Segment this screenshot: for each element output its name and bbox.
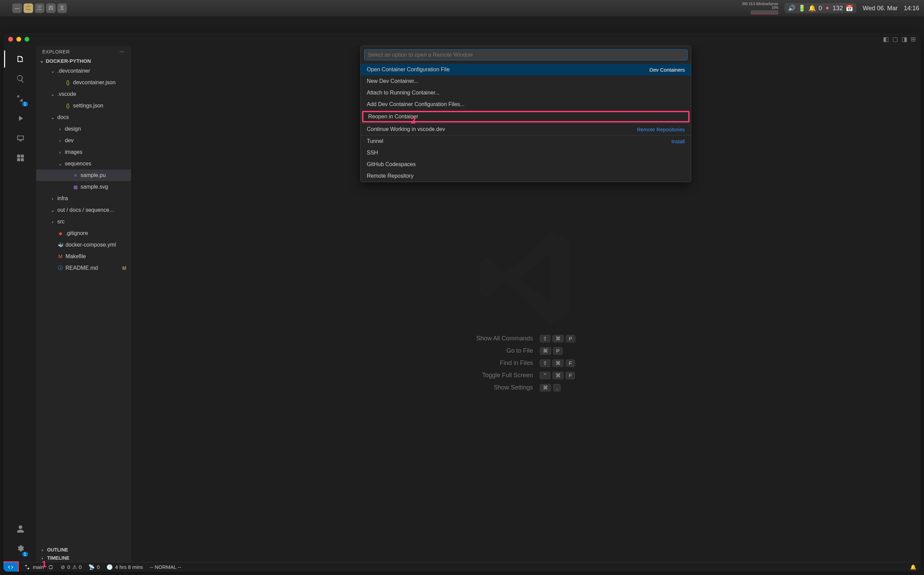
app-slot-3[interactable]: 三: [35, 3, 45, 13]
git-branch-status[interactable]: main*: [25, 564, 54, 570]
svg-file-icon: ▦: [72, 184, 78, 190]
time-label[interactable]: 14:16: [904, 5, 919, 12]
file-item[interactable]: MMakefile: [36, 251, 131, 262]
remote-window-button[interactable]: [3, 562, 18, 572]
shortcut-label: Show Settings: [476, 384, 533, 391]
app-icon[interactable]: ✦: [825, 5, 830, 12]
chevron-down-icon: [39, 58, 45, 64]
file-item[interactable]: {}settings.json: [36, 100, 131, 111]
window-titlebar[interactable]: ◧ ▢ ◨ ⊞: [3, 33, 921, 46]
cpu-graph-icon: [751, 10, 778, 14]
palette-item[interactable]: Add Dev Container Configuration Files...: [361, 98, 691, 110]
folder-item[interactable]: dev: [36, 135, 131, 146]
palette-input[interactable]: [364, 49, 687, 60]
extensions-tab[interactable]: [4, 148, 37, 168]
ports-status[interactable]: 📡0: [88, 564, 100, 570]
folder-item[interactable]: src: [36, 216, 131, 227]
folder-item[interactable]: .vscode: [36, 88, 131, 100]
file-item[interactable]: ≡sample.pu: [36, 170, 131, 181]
activity-bar: 1 1: [3, 46, 36, 562]
app-slot-1[interactable]: —: [12, 3, 22, 13]
palette-item[interactable]: Continue Working in vscode.devRemote Rep…: [361, 124, 691, 135]
palette-item-category: Dev Containers: [650, 67, 685, 73]
explorer-title: EXPLORER: [42, 49, 70, 54]
search-tab[interactable]: [4, 69, 37, 89]
palette-item[interactable]: Remote Repository: [361, 170, 691, 182]
settings-button[interactable]: 1: [4, 539, 37, 559]
toggle-secondary-panel-icon[interactable]: ◨: [902, 35, 907, 43]
close-button[interactable]: [8, 37, 13, 41]
modified-badge: M: [122, 265, 126, 271]
source-control-tab[interactable]: 1: [4, 89, 37, 108]
file-item[interactable]: {}devcontainer.json: [36, 77, 131, 88]
file-item[interactable]: ◆.gitignore: [36, 227, 131, 239]
palette-item[interactable]: TunnelInstall: [361, 135, 691, 147]
customize-layout-icon[interactable]: ⊞: [911, 35, 916, 43]
time-tracking-status[interactable]: 🕐4 hrs 8 mins: [107, 564, 143, 570]
welcome-shortcuts: Show All Commands⇧⌘PGo to File⌘PFind in …: [476, 335, 575, 392]
accounts-button[interactable]: [4, 519, 37, 539]
palette-item[interactable]: GitHub Codespaces: [361, 159, 691, 170]
chevron-icon: [57, 161, 63, 167]
file-item[interactable]: 🐳docker-compose.yml: [36, 239, 131, 251]
notifications-button[interactable]: 🔔: [910, 564, 916, 570]
app-slot-5[interactable]: 五: [57, 3, 67, 13]
tree-item-label: docs: [57, 114, 69, 121]
volume-icon[interactable]: 🔊: [788, 5, 795, 12]
run-debug-tab[interactable]: [4, 108, 37, 128]
tree-item-label: Makefile: [65, 253, 86, 259]
date-label[interactable]: Wed 06. Mar: [863, 5, 898, 12]
file-item[interactable]: ⓘREADME.mdM: [36, 262, 131, 274]
palette-item-label: Attach to Running Container...: [367, 90, 439, 96]
palette-item[interactable]: Open Container Configuration FileDev Con…: [361, 64, 691, 75]
folder-item[interactable]: docs: [36, 111, 131, 123]
explorer-tab[interactable]: [4, 49, 37, 69]
palette-item-label: Open Container Configuration File: [367, 67, 450, 73]
bell-icon[interactable]: 🔔: [808, 5, 816, 12]
calendar-icon[interactable]: 📅: [846, 5, 853, 12]
tree-item-label: dev: [65, 137, 74, 144]
battery-icon[interactable]: 🔋: [798, 5, 806, 12]
explorer-more-icon[interactable]: ⋯: [119, 49, 125, 54]
cpu-monitor[interactable]: 390 15.5 WindowServer 10%: [742, 2, 778, 14]
palette-item[interactable]: New Dev Container...: [361, 75, 691, 87]
toggle-panel-icon[interactable]: ▢: [892, 35, 898, 43]
vim-mode-status: -- NORMAL --: [150, 564, 181, 570]
outline-section[interactable]: OUTLINE: [36, 546, 131, 554]
cpu-line1: 390 15.5 WindowServer: [742, 2, 778, 6]
folder-item[interactable]: infra: [36, 193, 131, 204]
clock-icon: 🕐: [107, 564, 113, 570]
macos-menubar: — 二 三 四 五 390 15.5 WindowServer 10% 🔊 🔋 …: [0, 0, 924, 16]
palette-item[interactable]: SSH: [361, 147, 691, 159]
folder-item[interactable]: out / docs / sequence…: [36, 204, 131, 216]
minimize-button[interactable]: [16, 37, 21, 41]
maximize-button[interactable]: [25, 37, 29, 41]
folder-item[interactable]: design: [36, 123, 131, 135]
timeline-section[interactable]: TIMELINE: [36, 554, 131, 562]
annotation-1: 1: [41, 559, 46, 570]
chevron-icon: [50, 208, 55, 213]
toggle-primary-panel-icon[interactable]: ◧: [883, 35, 889, 43]
chevron-icon: [50, 68, 55, 74]
problems-status[interactable]: ⊘0 ⚠0: [61, 564, 81, 570]
folder-item[interactable]: .devcontainer: [36, 65, 131, 77]
remote-explorer-tab[interactable]: [4, 128, 37, 148]
tree-item-label: sample.pu: [81, 172, 106, 178]
shortcut-keys: ⌃⌘F: [540, 372, 575, 379]
tree-item-label: images: [65, 149, 83, 155]
palette-item[interactable]: Attach to Running Container...: [361, 87, 691, 98]
search-icon: [16, 75, 25, 83]
notif-count: 0: [819, 5, 822, 12]
tree-item-label: out / docs / sequence…: [57, 207, 115, 213]
palette-item-label: GitHub Codespaces: [367, 161, 416, 167]
folder-item[interactable]: images: [36, 146, 131, 158]
warning-icon: ⚠: [72, 564, 77, 570]
file-item[interactable]: ▦sample.svg: [36, 181, 131, 193]
folder-item[interactable]: sequences: [36, 158, 131, 170]
tree-item-label: design: [65, 126, 81, 132]
sync-icon[interactable]: [48, 564, 54, 570]
app-slot-2[interactable]: 二: [24, 3, 33, 13]
app-slot-4[interactable]: 四: [46, 3, 56, 13]
folder-section[interactable]: DOCKER-PYTHON: [36, 57, 131, 65]
status-bar: 1 main* ⊘0 ⚠0 📡0 🕐4 hrs 8 mins -- NORMAL…: [3, 562, 921, 572]
